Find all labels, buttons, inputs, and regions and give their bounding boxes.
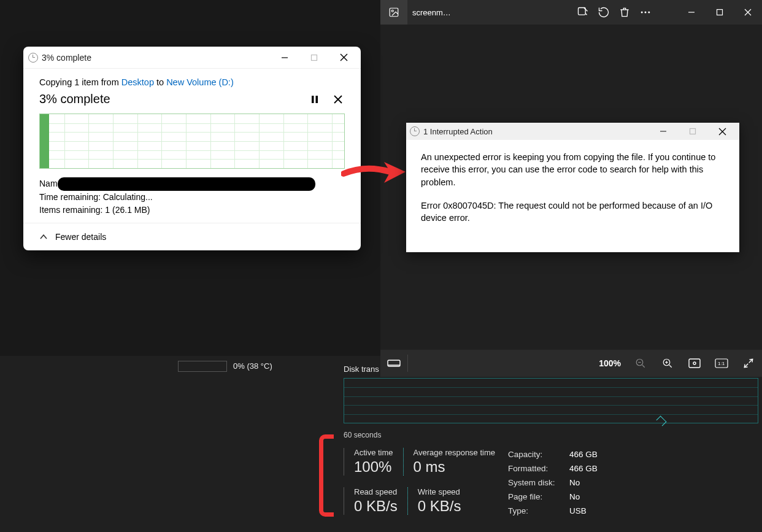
- type-key: Type:: [508, 504, 569, 519]
- redacted-filename: [58, 177, 315, 191]
- copy-speed-chart: [39, 114, 345, 169]
- photos-titlebar: screenm…: [380, 0, 762, 25]
- svg-rect-29: [312, 96, 314, 103]
- photos-window-title: screenm…: [412, 8, 451, 17]
- disk-time-axis: 60 seconds: [344, 431, 381, 439]
- capacity-val: 466 GB: [569, 450, 598, 459]
- svg-point-4: [645, 12, 647, 13]
- name-label: Nam: [39, 179, 58, 188]
- active-time-value: 100%: [354, 458, 393, 476]
- error-titlebar[interactable]: 1 Interrupted Action: [406, 123, 739, 140]
- copy-heading: 3% complete: [39, 92, 310, 106]
- error-maximize-button: [679, 124, 706, 139]
- copy-maximize-button: [302, 49, 326, 66]
- copy-dialog-title: 3% complete: [42, 53, 91, 63]
- read-speed-label: Read speed: [354, 487, 398, 496]
- svg-point-1: [391, 10, 393, 12]
- clock-icon: [410, 126, 420, 136]
- delete-icon[interactable]: [617, 5, 632, 20]
- svg-point-3: [641, 12, 643, 13]
- formatted-key: Formatted:: [508, 462, 569, 476]
- fewer-details-toggle[interactable]: Fewer details: [23, 223, 361, 250]
- write-speed-value: 0 KB/s: [418, 498, 461, 515]
- svg-rect-2: [579, 8, 586, 15]
- photos-maximize-button[interactable]: [706, 0, 734, 25]
- formatted-val: 466 GB: [569, 464, 598, 473]
- error-minimize-button[interactable]: [650, 124, 677, 139]
- copy-prefix: Copying 1 item from: [39, 77, 121, 87]
- gpu-usage-text: 0% (38 °C): [233, 361, 272, 371]
- red-bracket-annotation: [319, 434, 334, 517]
- error-paragraph-2: Error 0x8007045D: The request could not …: [421, 199, 725, 225]
- fewer-details-label: Fewer details: [55, 232, 106, 242]
- photos-gallery-icon[interactable]: [380, 0, 407, 25]
- svg-rect-26: [312, 55, 317, 60]
- type-val: USB: [569, 506, 587, 515]
- copy-dialog-titlebar[interactable]: 3% complete: [23, 47, 361, 69]
- edit-image-icon[interactable]: [575, 5, 590, 20]
- taskmgr-disk-panel: 0% (38 °C) Disk trans 60 seconds Active …: [172, 356, 762, 532]
- disk-transfer-label: Disk trans: [344, 364, 379, 374]
- avg-response-label: Average response time: [414, 448, 495, 457]
- capacity-key: Capacity:: [508, 448, 569, 462]
- copy-to-link[interactable]: New Volume (D:): [166, 77, 234, 87]
- read-speed-value: 0 KB/s: [354, 498, 398, 515]
- copy-subtitle: Copying 1 item from Desktop to New Volum…: [39, 77, 345, 87]
- gpu-thumbnail-bar[interactable]: [178, 361, 227, 372]
- chevron-up-icon: [39, 233, 48, 241]
- disk-transfer-graph: [344, 378, 758, 423]
- clock-icon: [28, 53, 38, 63]
- error-paragraph-1: An unexpected error is keeping you from …: [421, 151, 725, 188]
- error-dialog: 1 Interrupted Action An unexpected error…: [406, 123, 739, 252]
- copy-from-link[interactable]: Desktop: [121, 77, 154, 87]
- chart-grid: [40, 114, 344, 168]
- copy-progress-dialog: 3% complete Copying 1 item from Desktop …: [23, 47, 361, 250]
- photos-minimize-button[interactable]: [677, 0, 706, 25]
- pagefile-val: No: [569, 492, 580, 501]
- sysdisk-val: No: [569, 478, 580, 487]
- disk-activity-spike: [656, 416, 667, 426]
- error-title: 1 Interrupted Action: [423, 127, 493, 136]
- copy-details: Nam Time remaining: Calculating... Items…: [39, 177, 345, 217]
- disk-info-column: Capacity:466 GB Formatted:466 GB System …: [508, 448, 598, 519]
- items-remaining: Items remaining: 1 (26.1 MB): [39, 204, 345, 217]
- rotate-icon[interactable]: [596, 5, 611, 20]
- time-remaining: Time remaining: Calculating...: [39, 191, 345, 204]
- svg-rect-7: [717, 10, 723, 15]
- svg-rect-34: [690, 129, 696, 134]
- pagefile-key: Page file:: [508, 490, 569, 504]
- svg-point-5: [648, 12, 650, 13]
- svg-rect-0: [390, 8, 398, 17]
- copy-minimize-button[interactable]: [272, 49, 297, 66]
- copy-to-word: to: [154, 77, 166, 87]
- write-speed-label: Write speed: [418, 487, 461, 496]
- copy-close-button[interactable]: [331, 49, 356, 66]
- more-options-icon[interactable]: [638, 5, 653, 20]
- red-arrow-annotation: [341, 158, 409, 189]
- avg-response-value: 0 ms: [414, 458, 495, 476]
- chart-progress-fill: [40, 114, 49, 168]
- photos-close-button[interactable]: [734, 0, 762, 25]
- sysdisk-key: System disk:: [508, 476, 569, 490]
- active-time-label: Active time: [354, 448, 393, 457]
- pause-button[interactable]: [310, 95, 319, 104]
- cancel-button[interactable]: [334, 95, 342, 104]
- error-close-button[interactable]: [709, 124, 736, 139]
- svg-rect-30: [316, 96, 318, 103]
